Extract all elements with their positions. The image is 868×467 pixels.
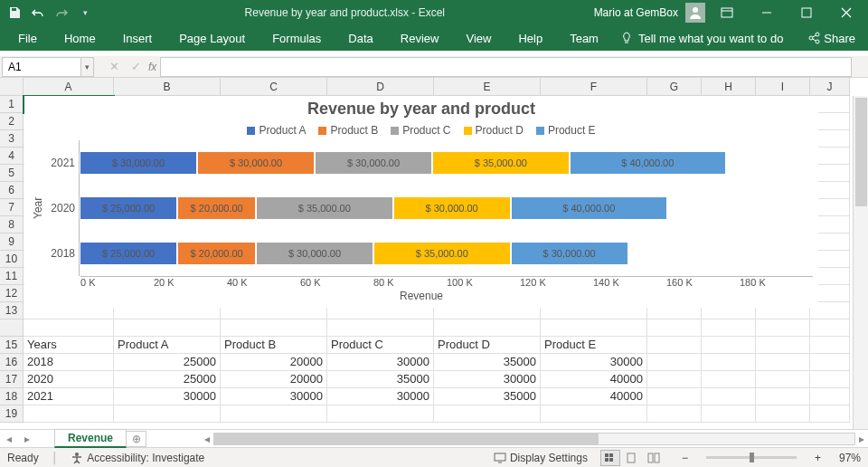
cell[interactable] (327, 319, 434, 337)
maximize-button[interactable] (788, 0, 825, 25)
undo-button[interactable] (27, 2, 49, 24)
tell-me-search[interactable]: Tell me what you want to do (620, 32, 783, 45)
cell[interactable] (541, 405, 647, 423)
tab-team[interactable]: Team (559, 28, 609, 49)
zoom-out-button[interactable]: − (676, 452, 693, 464)
cell[interactable]: 30000 (434, 371, 541, 388)
column-header[interactable]: H (702, 78, 756, 96)
cell[interactable] (756, 354, 810, 371)
row-header[interactable]: 10 (0, 251, 24, 268)
column-header[interactable]: A (24, 78, 114, 96)
row-header[interactable]: 3 (0, 130, 24, 148)
cell[interactable]: 2021 (24, 388, 114, 405)
cell[interactable] (702, 354, 756, 371)
cell[interactable] (647, 371, 702, 388)
cell[interactable] (810, 405, 850, 423)
display-settings-button[interactable]: Display Settings (494, 452, 588, 464)
row-header[interactable]: 4 (0, 148, 24, 165)
ribbon-options-button[interactable] (709, 0, 745, 25)
cell[interactable] (702, 319, 756, 337)
row-header[interactable]: 15 (0, 337, 24, 354)
column-header[interactable]: D (327, 78, 434, 96)
qat-customize-icon[interactable]: ▾ (74, 2, 96, 24)
cell[interactable] (647, 354, 702, 371)
page-layout-view-button[interactable] (622, 450, 642, 466)
horizontal-scrollbar[interactable]: ◂ ▸ (201, 432, 868, 446)
cell[interactable]: 2018 (24, 354, 114, 371)
cell[interactable] (756, 371, 810, 388)
row-header[interactable]: 1 (0, 96, 24, 113)
tab-help[interactable]: Help (507, 28, 553, 49)
row-header[interactable]: 7 (0, 199, 24, 216)
cell[interactable]: 20000 (221, 354, 327, 371)
save-button[interactable] (4, 2, 25, 24)
tab-review[interactable]: Review (390, 28, 450, 49)
cancel-formula-button[interactable]: ✕ (105, 58, 123, 76)
cell[interactable] (756, 319, 810, 337)
redo-button[interactable] (51, 2, 72, 24)
tab-formulas[interactable]: Formulas (261, 28, 332, 49)
row-header[interactable]: 9 (0, 234, 24, 251)
column-header[interactable]: J (810, 78, 850, 96)
cell[interactable]: 30000 (114, 388, 221, 405)
cell[interactable]: Product A (114, 337, 221, 354)
column-header[interactable]: F (541, 78, 647, 96)
tab-data[interactable]: Data (337, 28, 383, 49)
cell[interactable] (810, 354, 850, 371)
row-header[interactable]: 8 (0, 216, 24, 234)
share-button[interactable]: Share (807, 32, 861, 45)
formula-input[interactable] (160, 57, 852, 77)
cell[interactable]: 30000 (327, 388, 434, 405)
row-header[interactable]: 19 (0, 405, 24, 423)
cell[interactable] (221, 405, 327, 423)
zoom-slider[interactable] (706, 456, 797, 459)
cell[interactable]: 25000 (114, 371, 221, 388)
normal-view-button[interactable] (600, 450, 620, 466)
tab-view[interactable]: View (455, 28, 502, 49)
column-header[interactable]: G (647, 78, 702, 96)
enter-formula-button[interactable]: ✓ (127, 58, 145, 76)
cell[interactable]: 30000 (541, 354, 647, 371)
name-box[interactable] (2, 57, 81, 77)
row-header[interactable]: 12 (0, 285, 24, 302)
name-box-dropdown[interactable]: ▾ (81, 57, 94, 77)
cell[interactable]: 40000 (541, 388, 647, 405)
column-header[interactable]: C (221, 78, 327, 96)
column-header[interactable]: E (434, 78, 541, 96)
user-name[interactable]: Mario at GemBox (594, 6, 678, 19)
cell[interactable]: 35000 (434, 354, 541, 371)
cell[interactable] (221, 319, 327, 337)
cell[interactable] (702, 388, 756, 405)
cell[interactable]: 25000 (114, 354, 221, 371)
fx-icon[interactable]: fx (148, 61, 156, 73)
row-header[interactable]: 11 (0, 268, 24, 285)
tab-page-layout[interactable]: Page Layout (168, 28, 256, 49)
tab-insert[interactable]: Insert (112, 28, 164, 49)
cell[interactable] (702, 371, 756, 388)
tab-home[interactable]: Home (53, 28, 107, 49)
cell[interactable] (434, 405, 541, 423)
cell[interactable]: 30000 (327, 354, 434, 371)
cell[interactable] (434, 319, 541, 337)
minimize-button[interactable] (749, 0, 785, 25)
new-sheet-button[interactable]: ⊕ (127, 431, 146, 447)
page-break-view-button[interactable] (644, 450, 664, 466)
cell[interactable]: Product D (434, 337, 541, 354)
avatar[interactable] (685, 3, 705, 23)
cell[interactable] (114, 405, 221, 423)
cell[interactable] (24, 405, 114, 423)
cell[interactable]: Product B (221, 337, 327, 354)
zoom-level[interactable]: 97% (839, 452, 861, 464)
cell[interactable] (541, 319, 647, 337)
row-header[interactable] (0, 319, 24, 337)
cell[interactable]: Years (24, 337, 114, 354)
cell[interactable] (24, 319, 114, 337)
row-header[interactable]: 6 (0, 182, 24, 199)
row-header[interactable]: 18 (0, 388, 24, 405)
select-all-corner[interactable] (0, 78, 24, 96)
cell[interactable] (756, 405, 810, 423)
sheet-nav-next[interactable]: ▸ (18, 433, 36, 445)
column-header[interactable]: B (114, 78, 221, 96)
cell[interactable] (702, 405, 756, 423)
row-header[interactable]: 17 (0, 371, 24, 388)
